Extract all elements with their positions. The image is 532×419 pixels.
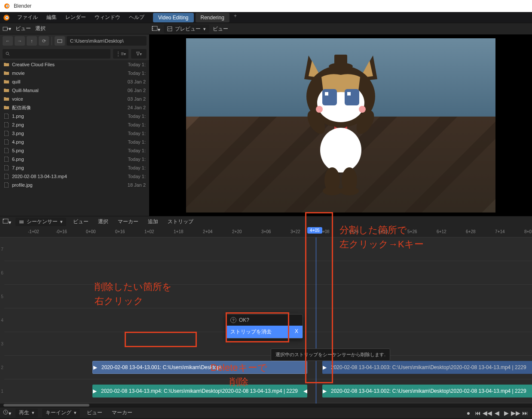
seq-menu-add[interactable]: 追加 <box>145 217 161 227</box>
file-browser-header: ▾ ビュー 選択 <box>0 23 149 34</box>
nav-forward-button[interactable]: → <box>15 36 25 46</box>
svg-rect-14 <box>152 30 153 31</box>
strip-handle-left[interactable]: ▶ <box>93 361 97 373</box>
svg-rect-22 <box>325 92 328 96</box>
add-workspace-button[interactable]: + <box>231 13 239 22</box>
preview-mode-dropdown[interactable]: プレビュー▾ <box>164 25 209 33</box>
menu-edit[interactable]: 編集 <box>43 12 60 22</box>
file-row[interactable]: 2020-02-08 13-04-13.mp4Today 1: <box>0 172 149 181</box>
seq-menu-strip[interactable]: ストリップ <box>165 217 196 227</box>
nav-up-button[interactable]: ↑ <box>27 36 37 46</box>
annotation-text-3: Deleteキーで 削除 <box>211 360 267 389</box>
track-numbers: 7 6 5 4 3 2 1 <box>0 237 4 404</box>
file-row[interactable]: 6.pngToday 1: <box>0 155 149 163</box>
menu-help[interactable]: ヘルプ <box>125 12 148 22</box>
fb-menu-view[interactable]: ビュー <box>15 25 31 32</box>
preview-header: ▾ プレビュー▾ ビュー <box>149 23 532 34</box>
timeline-ruler[interactable]: -1+02 -0+16 0+00 0+16 1+02 1+18 2+04 2+2… <box>0 227 532 237</box>
seq-menu-select[interactable]: 選択 <box>95 217 111 227</box>
seq-menu-marker[interactable]: マーカー <box>115 217 141 227</box>
search-input[interactable] <box>3 49 110 59</box>
audio-strip-1[interactable]: ▶ 2020-02-08 13-04-13.mp4: C:\Users\mika… <box>92 385 307 397</box>
strip-handle-left[interactable]: ▶ <box>92 385 97 397</box>
editor-type-icon[interactable]: ▾ <box>3 409 11 416</box>
sequencer-mode-dropdown[interactable]: シーケンサー▾ <box>15 218 66 226</box>
file-row[interactable]: 1.pngToday 1: <box>0 112 149 120</box>
fb-menu-select[interactable]: 選択 <box>35 25 46 32</box>
menu-window[interactable]: ウィンドウ <box>91 12 124 22</box>
svg-rect-8 <box>58 40 62 43</box>
nav-new-folder-button[interactable] <box>55 36 65 46</box>
annotation-box-1 <box>125 332 197 347</box>
playback-dropdown[interactable]: 再生▾ <box>15 409 38 417</box>
file-row[interactable]: 4.pngToday 1: <box>0 138 149 146</box>
editor-type-icon[interactable]: ▾ <box>3 25 11 33</box>
scrollbar-thumb[interactable] <box>3 404 89 407</box>
svg-point-2 <box>7 6 8 7</box>
blender-icon <box>3 14 10 22</box>
menu-render[interactable]: レンダー <box>62 12 89 22</box>
blender-logo-icon <box>3 3 10 9</box>
svg-rect-6 <box>3 27 7 31</box>
audio-strip-2[interactable]: ▶ 2020-02-08 13-04-13.002: C:\Users\mika… <box>322 385 532 397</box>
video-strip-2[interactable]: ▶ 2020-02-08 13-04-13.003: C:\Users\mika… <box>322 361 532 374</box>
playback-controls: ● ⏮ ◀◀ ◀ ▶ ▶▶ ⏭ <box>464 409 529 417</box>
jump-end-button[interactable]: ⏭ <box>521 409 529 417</box>
play-reverse-button[interactable]: ◀ <box>492 409 501 417</box>
character-avatar <box>291 51 390 197</box>
file-row[interactable]: Quill-Manual06 Jan 2 <box>0 86 149 95</box>
annotation-text-2: 分割した箇所で 左クリック→Kキー <box>339 223 424 251</box>
file-row[interactable]: 7.pngToday 1: <box>0 163 149 172</box>
file-row[interactable]: 5.pngToday 1: <box>0 146 149 155</box>
editor-type-icon[interactable]: ▾ <box>152 25 160 33</box>
preview-menu-view[interactable]: ビュー <box>213 25 228 33</box>
timeline-scrollbar[interactable] <box>0 404 532 407</box>
file-row[interactable]: voice03 Jan 2 <box>0 95 149 103</box>
svg-rect-36 <box>19 221 24 222</box>
svg-rect-23 <box>347 92 351 96</box>
next-keyframe-button[interactable]: ▶▶ <box>511 409 520 417</box>
window-titlebar: Blender <box>0 0 532 12</box>
file-list[interactable]: Creative Cloud FilesToday 1: movieToday … <box>0 60 149 216</box>
file-row[interactable]: profile.jpg18 Jan 2 <box>0 181 149 189</box>
preview-viewport[interactable] <box>149 34 532 216</box>
file-row[interactable]: movieToday 1: <box>0 69 149 77</box>
display-mode-dropdown[interactable]: ⋮≡▾ <box>113 49 128 59</box>
video-strip-1[interactable]: ▶ 2020-02-08 13-04-13.001: C:\Users\mika… <box>92 361 307 374</box>
nav-back-button[interactable]: ← <box>3 36 13 46</box>
strip-handle-right[interactable]: ◀ <box>303 385 307 397</box>
file-row[interactable]: 配信画像24 Jan 2 <box>0 103 149 112</box>
tab-rendering[interactable]: Rendering <box>196 13 229 22</box>
play-button[interactable]: ▶ <box>502 409 511 417</box>
svg-rect-17 <box>334 55 347 66</box>
strip-handle-left[interactable]: ▶ <box>322 385 327 397</box>
seq-menu-view[interactable]: ビュー <box>70 217 91 227</box>
annotation-text-1: 削除したい箇所を 右クリック <box>95 280 172 308</box>
svg-point-5 <box>6 17 7 18</box>
sequencer-header: ▾ シーケンサー▾ ビュー 選択 マーカー 追加 ストリップ <box>0 216 532 227</box>
file-row[interactable]: quill03 Jan 2 <box>0 77 149 86</box>
menubar: ファイル 編集 レンダー ウィンドウ ヘルプ Video Editing Ren… <box>0 12 532 23</box>
workspace-tabs: Video Editing Rendering + <box>153 13 239 22</box>
path-input[interactable]: C:\Users\mikam\Desktop\ <box>67 36 147 46</box>
nav-refresh-button[interactable]: ⟳ <box>39 36 49 46</box>
file-row[interactable]: Creative Cloud FilesToday 1: <box>0 60 149 69</box>
editor-type-icon[interactable]: ▾ <box>3 218 11 225</box>
svg-rect-12 <box>152 26 153 27</box>
menu-file[interactable]: ファイル <box>14 12 41 22</box>
keying-dropdown[interactable]: キーイング▾ <box>42 409 80 417</box>
file-browser-filter: ⋮≡▾ ∇▾ <box>0 47 149 60</box>
prev-keyframe-button[interactable]: ◀◀ <box>483 409 492 417</box>
jump-start-button[interactable]: ⏮ <box>474 409 482 417</box>
tab-video-editing[interactable]: Video Editing <box>153 13 194 22</box>
file-row[interactable]: 3.pngToday 1: <box>0 129 149 138</box>
filter-dropdown[interactable]: ∇▾ <box>131 49 147 59</box>
svg-rect-13 <box>152 28 153 29</box>
svg-line-10 <box>8 54 9 55</box>
file-browser-panel: ▾ ビュー 選択 ← → ↑ ⟳ C:\Users\mikam\Desktop\… <box>0 23 149 216</box>
file-row[interactable]: 2.pngToday 1: <box>0 120 149 129</box>
bottom-menu-marker[interactable]: マーカー <box>109 408 135 418</box>
svg-point-33 <box>340 187 359 195</box>
record-button[interactable]: ● <box>464 409 473 417</box>
bottom-menu-view[interactable]: ビュー <box>84 408 105 418</box>
